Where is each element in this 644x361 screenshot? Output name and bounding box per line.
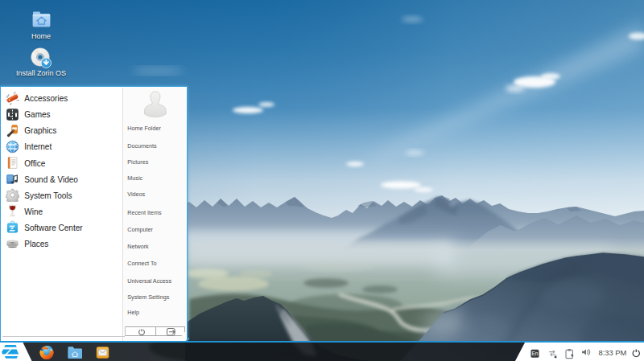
svg-text:En: En: [532, 351, 539, 357]
svg-text:8:33 PM: 8:33 PM: [599, 349, 627, 358]
